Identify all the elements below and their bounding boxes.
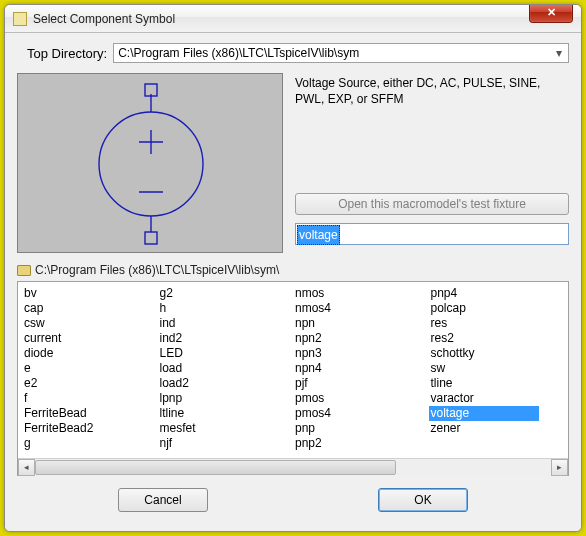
window-title: Select Component Symbol	[33, 12, 175, 26]
list-item[interactable]: ind	[158, 316, 294, 331]
search-value: voltage	[297, 225, 340, 245]
list-item[interactable]: pnp4	[429, 286, 565, 301]
horizontal-scrollbar[interactable]: ◂ ▸	[18, 458, 568, 475]
list-item[interactable]: load	[158, 361, 294, 376]
list-item[interactable]: res2	[429, 331, 565, 346]
cancel-button[interactable]: Cancel	[118, 488, 208, 512]
list-item[interactable]: FerriteBead2	[22, 421, 158, 436]
app-icon	[13, 12, 27, 26]
list-item[interactable]: nmos	[293, 286, 429, 301]
scroll-left-button[interactable]: ◂	[18, 459, 35, 476]
scroll-thumb[interactable]	[35, 460, 396, 475]
list-item[interactable]: current	[22, 331, 158, 346]
ok-button[interactable]: OK	[378, 488, 468, 512]
top-directory-label: Top Directory:	[17, 46, 107, 61]
list-item[interactable]: npn2	[293, 331, 429, 346]
close-button[interactable]: ✕	[529, 4, 573, 23]
list-item[interactable]: g2	[158, 286, 294, 301]
list-item[interactable]: polcap	[429, 301, 565, 316]
list-item[interactable]: voltage	[429, 406, 539, 421]
title-bar[interactable]: Select Component Symbol ✕	[5, 5, 581, 33]
open-test-fixture-button[interactable]: Open this macromodel's test fixture	[295, 193, 569, 215]
component-description: Voltage Source, either DC, AC, PULSE, SI…	[295, 73, 569, 193]
list-item[interactable]: FerriteBead	[22, 406, 158, 421]
list-item[interactable]: lpnp	[158, 391, 294, 406]
top-directory-value: C:\Program Files (x86)\LTC\LTspiceIV\lib…	[118, 46, 359, 60]
component-list[interactable]: bvcapcswcurrentdiodeee2fFerriteBeadFerri…	[17, 281, 569, 476]
list-item[interactable]: pmos	[293, 391, 429, 406]
voltage-source-icon	[18, 74, 284, 254]
list-item[interactable]: npn	[293, 316, 429, 331]
list-item[interactable]: pmos4	[293, 406, 429, 421]
list-item[interactable]: csw	[22, 316, 158, 331]
list-item[interactable]: sw	[429, 361, 565, 376]
list-item[interactable]: pnp	[293, 421, 429, 436]
list-item[interactable]: njf	[158, 436, 294, 451]
folder-icon	[17, 265, 31, 276]
top-directory-combo[interactable]: C:\Program Files (x86)\LTC\LTspiceIV\lib…	[113, 43, 569, 63]
list-item[interactable]: npn3	[293, 346, 429, 361]
list-item[interactable]: h	[158, 301, 294, 316]
list-item[interactable]: res	[429, 316, 565, 331]
list-item[interactable]: ltline	[158, 406, 294, 421]
list-item[interactable]: mesfet	[158, 421, 294, 436]
list-item[interactable]: bv	[22, 286, 158, 301]
list-item[interactable]: pnp2	[293, 436, 429, 451]
symbol-preview	[17, 73, 283, 253]
scroll-right-button[interactable]: ▸	[551, 459, 568, 476]
list-item[interactable]: diode	[22, 346, 158, 361]
list-item[interactable]: zener	[429, 421, 565, 436]
list-item[interactable]: schottky	[429, 346, 565, 361]
dialog-window: Select Component Symbol ✕ Top Directory:…	[4, 4, 582, 532]
list-item[interactable]: nmos4	[293, 301, 429, 316]
list-item[interactable]: cap	[22, 301, 158, 316]
list-item[interactable]: tline	[429, 376, 565, 391]
search-input[interactable]: voltage	[295, 223, 569, 245]
close-icon: ✕	[547, 6, 556, 19]
svg-point-0	[99, 112, 203, 216]
list-item[interactable]: f	[22, 391, 158, 406]
current-directory-path: C:\Program Files (x86)\LTC\LTspiceIV\lib…	[35, 263, 279, 277]
svg-rect-7	[145, 232, 157, 244]
scroll-track[interactable]	[35, 459, 551, 476]
list-item[interactable]: e2	[22, 376, 158, 391]
list-item[interactable]: ind2	[158, 331, 294, 346]
list-item[interactable]: LED	[158, 346, 294, 361]
list-item[interactable]: g	[22, 436, 158, 451]
chevron-down-icon: ▾	[552, 46, 566, 60]
list-item[interactable]: varactor	[429, 391, 565, 406]
list-item[interactable]: load2	[158, 376, 294, 391]
list-item[interactable]: pjf	[293, 376, 429, 391]
list-item[interactable]: npn4	[293, 361, 429, 376]
list-item[interactable]: e	[22, 361, 158, 376]
